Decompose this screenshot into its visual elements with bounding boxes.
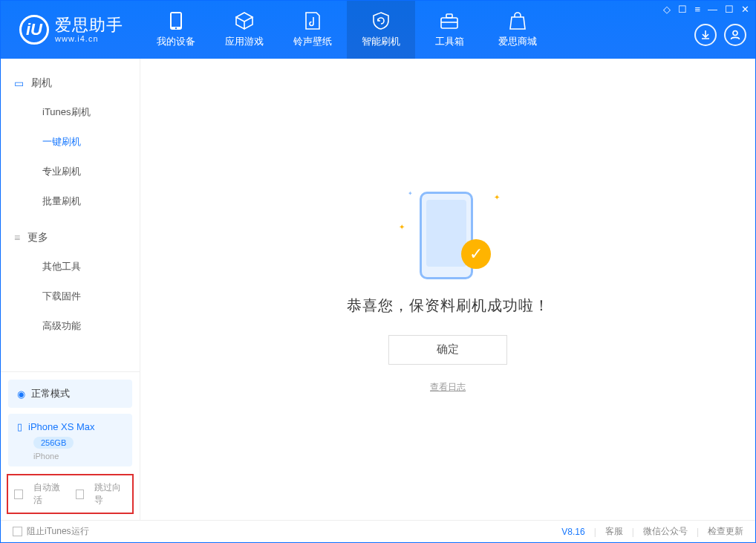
logo-area: iU 爱思助手 www.i4.cn <box>1 1 142 59</box>
block-itunes-label: 阻止iTunes运行 <box>27 525 89 538</box>
checkbox-block-itunes[interactable] <box>13 527 22 536</box>
tab-apps[interactable]: 应用游戏 <box>210 1 278 59</box>
mode-icon: ◉ <box>17 388 25 400</box>
maximize-button[interactable]: ☐ <box>725 4 734 15</box>
app-title: 爱思助手 <box>55 16 123 34</box>
bag-icon <box>508 11 527 30</box>
tab-label: 应用游戏 <box>225 35 264 48</box>
sidebar-group-label: 更多 <box>27 231 48 244</box>
phone-outline-icon: ▭ <box>14 77 24 89</box>
sidebar-group-label: 刷机 <box>31 77 52 90</box>
download-button[interactable] <box>694 24 717 46</box>
phone-illustration <box>420 192 473 279</box>
sidebar-item-other-tools[interactable]: 其他工具 <box>1 252 140 282</box>
body: ▭ 刷机 iTunes刷机 一键刷机 专业刷机 批量刷机 ≡ 更多 其他工具 下… <box>1 59 755 520</box>
success-message: 恭喜您，保资料刷机成功啦！ <box>347 296 550 316</box>
feedback-icon[interactable]: ☐ <box>678 4 687 15</box>
app-subtitle: www.i4.cn <box>55 34 123 43</box>
music-file-icon <box>303 11 322 30</box>
tab-toolbox[interactable]: 工具箱 <box>415 1 483 59</box>
device-type: iPhone <box>33 452 123 461</box>
sparkle-icon: ✦ <box>408 190 413 197</box>
refresh-shield-icon <box>371 11 391 30</box>
option-skip-guide-label: 跳过向导 <box>94 481 126 507</box>
ok-button[interactable]: 确定 <box>388 335 507 365</box>
view-log-link[interactable]: 查看日志 <box>430 381 466 394</box>
tab-label: 智能刷机 <box>362 35 400 48</box>
header-right: ◇ ☐ ≡ — ☐ ✕ <box>694 1 755 59</box>
tab-label: 爱思商城 <box>498 35 537 48</box>
svg-point-6 <box>733 31 737 36</box>
sidebar-item-download-firmware[interactable]: 下载固件 <box>1 282 140 311</box>
tab-label: 我的设备 <box>157 35 195 48</box>
checkbox-skip-guide[interactable] <box>76 490 85 499</box>
tab-flash[interactable]: 智能刷机 <box>347 1 415 59</box>
flash-options-highlight: 自动激活 跳过向导 <box>7 474 134 514</box>
device-name-label: iPhone XS Max <box>28 421 95 432</box>
window-controls: ◇ ☐ ≡ — ☐ ✕ <box>663 4 749 15</box>
device-icon: ▯ <box>17 421 22 432</box>
tab-label: 工具箱 <box>435 35 464 48</box>
main-content: ✦ ✦ ✦ ✓ 恭喜您，保资料刷机成功啦！ 确定 查看日志 <box>140 59 755 520</box>
header-tabs: 我的设备 应用游戏 铃声壁纸 智能刷机 工具箱 爱思商城 <box>142 1 694 59</box>
sidebar-item-batch-flash[interactable]: 批量刷机 <box>1 186 140 216</box>
mode-label: 正常模式 <box>31 387 70 400</box>
header: iU 爱思助手 www.i4.cn 我的设备 应用游戏 铃声壁纸 智能刷机 <box>1 1 755 59</box>
tab-store[interactable]: 爱思商城 <box>483 1 552 59</box>
sparkle-icon: ✦ <box>399 223 405 231</box>
svg-rect-1 <box>172 13 180 27</box>
checkbox-auto-activate[interactable] <box>14 490 23 499</box>
device-card[interactable]: ▯ iPhone XS Max 256GB iPhone <box>8 414 132 466</box>
footer-link-update[interactable]: 检查更新 <box>708 525 743 538</box>
separator: | <box>697 527 699 537</box>
tab-ringtones[interactable]: 铃声壁纸 <box>278 1 347 59</box>
option-auto-activate-label: 自动激活 <box>33 481 65 507</box>
sidebar-item-oneclick-flash[interactable]: 一键刷机 <box>1 127 140 157</box>
version-label: V8.16 <box>561 527 584 537</box>
mode-indicator[interactable]: ◉ 正常模式 <box>8 380 132 408</box>
svg-point-2 <box>175 27 177 29</box>
tab-label: 铃声壁纸 <box>293 35 332 48</box>
minimize-button[interactable]: — <box>708 4 717 15</box>
user-button[interactable] <box>724 24 746 46</box>
check-badge-icon: ✓ <box>461 239 491 269</box>
shirt-icon[interactable]: ◇ <box>663 4 671 15</box>
tab-my-device[interactable]: 我的设备 <box>142 1 210 59</box>
cube-icon <box>235 11 254 30</box>
phone-icon <box>166 11 186 30</box>
list-icon: ≡ <box>14 232 20 244</box>
success-illustration: ✦ ✦ ✦ ✓ <box>403 186 492 282</box>
sparkle-icon: ✦ <box>494 193 500 201</box>
sidebar-item-pro-flash[interactable]: 专业刷机 <box>1 157 140 186</box>
menu-icon[interactable]: ≡ <box>694 4 700 15</box>
app-window: iU 爱思助手 www.i4.cn 我的设备 应用游戏 铃声壁纸 智能刷机 <box>0 0 756 543</box>
svg-rect-3 <box>441 18 457 28</box>
footer-link-service[interactable]: 客服 <box>605 525 623 538</box>
svg-rect-4 <box>446 14 452 18</box>
toolbox-icon <box>440 11 459 30</box>
sidebar: ▭ 刷机 iTunes刷机 一键刷机 专业刷机 批量刷机 ≡ 更多 其他工具 下… <box>1 59 140 520</box>
sidebar-group-flash[interactable]: ▭ 刷机 <box>1 72 140 97</box>
sidebar-item-itunes-flash[interactable]: iTunes刷机 <box>1 97 140 127</box>
logo-icon: iU <box>19 15 49 45</box>
separator: | <box>632 527 634 537</box>
device-capacity: 256GB <box>33 437 74 449</box>
close-button[interactable]: ✕ <box>741 4 749 15</box>
sidebar-group-more[interactable]: ≡ 更多 <box>1 227 140 252</box>
separator: | <box>594 527 596 537</box>
footer: 阻止iTunes运行 V8.16 | 客服 | 微信公众号 | 检查更新 <box>1 520 755 542</box>
footer-link-wechat[interactable]: 微信公众号 <box>643 525 688 538</box>
sidebar-item-advanced[interactable]: 高级功能 <box>1 311 140 341</box>
